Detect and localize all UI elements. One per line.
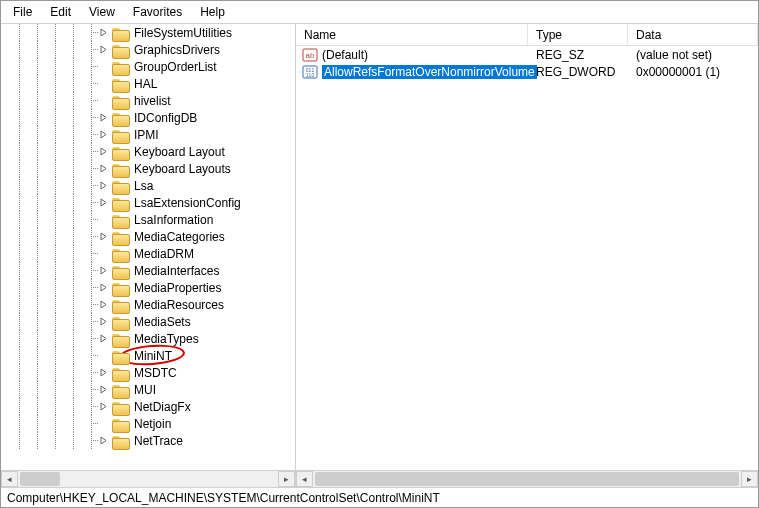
tree-item-label: MSDTC [132, 366, 179, 380]
folder-icon [112, 162, 128, 176]
regedit-window: File Edit View Favorites Help FileSystem… [0, 0, 759, 508]
expand-icon[interactable] [99, 164, 108, 173]
statusbar: Computer\HKEY_LOCAL_MACHINE\SYSTEM\Curre… [1, 487, 758, 507]
expand-icon[interactable] [99, 198, 108, 207]
menu-file[interactable]: File [5, 3, 40, 21]
list-row[interactable]: 011110AllowRefsFormatOverNonmirrorVolume… [296, 63, 758, 80]
expand-icon-empty [99, 96, 108, 105]
menu-favorites[interactable]: Favorites [125, 3, 190, 21]
tree-item[interactable]: MediaCategories [1, 228, 295, 245]
folder-icon [112, 94, 128, 108]
list-body[interactable]: ab(Default)REG_SZ(value not set)011110Al… [296, 46, 758, 470]
tree-item[interactable]: MiniNT [1, 347, 295, 364]
expand-icon-empty [99, 419, 108, 428]
expand-icon[interactable] [99, 113, 108, 122]
tree-item[interactable]: LsaExtensionConfig [1, 194, 295, 211]
list-header[interactable]: Name Type Data [296, 24, 758, 46]
value-name: AllowRefsFormatOverNonmirrorVolume [322, 65, 537, 79]
tree-item[interactable]: Lsa [1, 177, 295, 194]
scroll-left-button[interactable]: ◂ [296, 471, 313, 487]
tree-item-label: MediaCategories [132, 230, 227, 244]
tree-item[interactable]: hivelist [1, 92, 295, 109]
tree-item[interactable]: MediaResources [1, 296, 295, 313]
tree-item-label: IDConfigDB [132, 111, 199, 125]
tree-viewport[interactable]: FileSystemUtilitiesGraphicsDriversGroupO… [1, 24, 295, 470]
tree-item-label: GroupOrderList [132, 60, 219, 74]
tree-hscrollbar[interactable]: ◂ ▸ [1, 470, 295, 487]
expand-icon[interactable] [99, 300, 108, 309]
cell-data: 0x00000001 (1) [628, 65, 758, 79]
expand-icon[interactable] [99, 385, 108, 394]
expand-icon[interactable] [99, 402, 108, 411]
folder-icon [112, 179, 128, 193]
tree-item[interactable]: IPMI [1, 126, 295, 143]
tree-item-label: LsaExtensionConfig [132, 196, 243, 210]
tree-item[interactable]: MediaSets [1, 313, 295, 330]
menu-help[interactable]: Help [192, 3, 233, 21]
tree-item-label: Netjoin [132, 417, 173, 431]
expand-icon[interactable] [99, 28, 108, 37]
scroll-left-button[interactable]: ◂ [1, 471, 18, 487]
cell-name: 011110AllowRefsFormatOverNonmirrorVolume [296, 64, 528, 80]
tree-item[interactable]: GraphicsDrivers [1, 41, 295, 58]
menu-edit[interactable]: Edit [42, 3, 79, 21]
scroll-thumb[interactable] [20, 472, 60, 486]
tree-item[interactable]: NetDiagFx [1, 398, 295, 415]
expand-icon[interactable] [99, 130, 108, 139]
tree-item[interactable]: Keyboard Layouts [1, 160, 295, 177]
string-value-icon: ab [302, 47, 318, 63]
tree-item[interactable]: MSDTC [1, 364, 295, 381]
tree-item[interactable]: NetTrace [1, 432, 295, 449]
tree-item[interactable]: MediaDRM [1, 245, 295, 262]
expand-icon[interactable] [99, 283, 108, 292]
expand-icon[interactable] [99, 436, 108, 445]
list-hscrollbar[interactable]: ◂ ▸ [296, 470, 758, 487]
folder-icon [112, 349, 128, 363]
expand-icon[interactable] [99, 317, 108, 326]
expand-icon-empty [99, 79, 108, 88]
tree-item[interactable]: MUI [1, 381, 295, 398]
tree-item[interactable]: MediaProperties [1, 279, 295, 296]
scroll-right-button[interactable]: ▸ [741, 471, 758, 487]
expand-icon[interactable] [99, 266, 108, 275]
list-row[interactable]: ab(Default)REG_SZ(value not set) [296, 46, 758, 63]
tree-item[interactable]: Keyboard Layout [1, 143, 295, 160]
tree-item[interactable]: LsaInformation [1, 211, 295, 228]
tree-item-label: IPMI [132, 128, 161, 142]
expand-icon-empty [99, 351, 108, 360]
expand-icon[interactable] [99, 147, 108, 156]
column-header-type[interactable]: Type [528, 24, 628, 45]
tree-item[interactable]: FileSystemUtilities [1, 24, 295, 41]
tree-item-label: MediaResources [132, 298, 226, 312]
tree-item[interactable]: MediaInterfaces [1, 262, 295, 279]
folder-icon [112, 264, 128, 278]
tree-item-label: NetDiagFx [132, 400, 193, 414]
folder-icon [112, 128, 128, 142]
column-header-name[interactable]: Name [296, 24, 528, 45]
expand-icon[interactable] [99, 334, 108, 343]
scroll-track[interactable] [18, 471, 278, 487]
tree-item-label: Lsa [132, 179, 155, 193]
tree-item[interactable]: IDConfigDB [1, 109, 295, 126]
expand-icon[interactable] [99, 45, 108, 54]
folder-icon [112, 111, 128, 125]
binary-value-icon: 011110 [302, 64, 318, 80]
expand-icon[interactable] [99, 181, 108, 190]
tree-item-label: MediaTypes [132, 332, 201, 346]
column-header-data[interactable]: Data [628, 24, 758, 45]
expand-icon[interactable] [99, 232, 108, 241]
svg-text:110: 110 [306, 72, 315, 78]
tree-item[interactable]: Netjoin [1, 415, 295, 432]
tree-item-label: MediaInterfaces [132, 264, 221, 278]
folder-icon [112, 60, 128, 74]
tree-item[interactable]: GroupOrderList [1, 58, 295, 75]
folder-icon [112, 145, 128, 159]
menu-view[interactable]: View [81, 3, 123, 21]
scroll-track[interactable] [313, 471, 741, 487]
scroll-thumb[interactable] [315, 472, 739, 486]
tree-item[interactable]: MediaTypes [1, 330, 295, 347]
scroll-right-button[interactable]: ▸ [278, 471, 295, 487]
expand-icon[interactable] [99, 368, 108, 377]
tree-item-label: Keyboard Layouts [132, 162, 233, 176]
tree-item[interactable]: HAL [1, 75, 295, 92]
